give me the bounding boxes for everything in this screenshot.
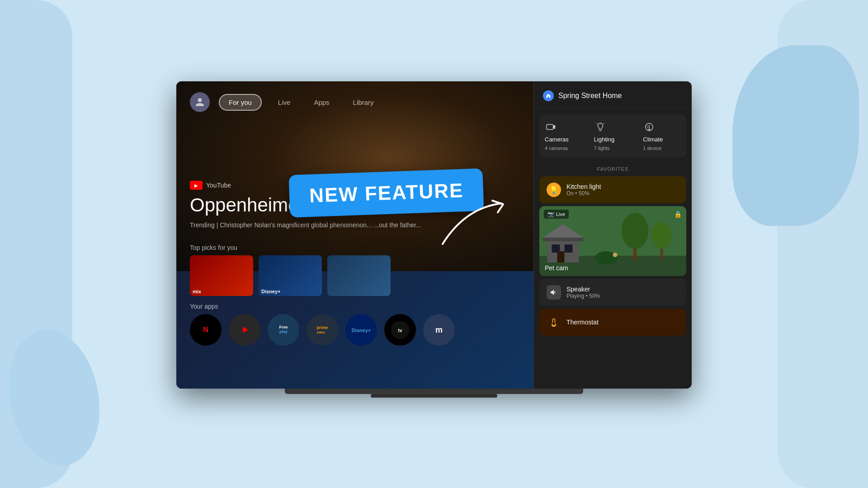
cameras-count: 4 cameras (545, 145, 568, 151)
app-amazon[interactable]: primevideo (307, 314, 338, 346)
tv-stand (285, 389, 583, 394)
app-youtube[interactable] (229, 314, 260, 346)
lock-icon: 🔒 (674, 211, 682, 218)
thermostat-card[interactable]: Thermostat (539, 309, 686, 336)
lighting-label: Lighting (594, 136, 615, 143)
kitchen-light-card[interactable]: 💡 Kitchen light On • 50% (539, 176, 686, 203)
svg-rect-20 (557, 251, 565, 263)
nav-tab-foryou[interactable]: For you (219, 94, 262, 111)
nav-bar: For you Live Apps Library (176, 92, 533, 112)
live-label: Live (556, 211, 565, 217)
tv-stand-base (371, 394, 497, 398)
nav-tab-library[interactable]: Library (346, 95, 381, 110)
petcam-card[interactable]: 📷 Live 🔒 Pet cam (539, 206, 686, 276)
home-panel: Spring Street Home Cameras 4 cameras (533, 81, 692, 389)
speaker-info: Speaker Playing • 50% (566, 286, 679, 299)
app-appletv[interactable]: tv (384, 314, 416, 346)
tv-screen: For you Live Apps Library ▶ YouTube Oppe… (176, 81, 692, 389)
arrow-svg (438, 199, 510, 253)
cam-icon: 📷 (547, 211, 554, 217)
svg-rect-6 (547, 125, 553, 130)
home-panel-title: Spring Street Home (558, 92, 622, 100)
petcam-name: Pet cam (545, 264, 568, 272)
nav-avatar[interactable] (190, 92, 210, 112)
climate-count: 1 device (643, 145, 661, 151)
bg-blob-right (732, 45, 859, 226)
category-lighting[interactable]: Lighting 7 lights (589, 114, 637, 157)
apps-label: Your apps (190, 303, 218, 310)
climate-icon (643, 121, 656, 133)
hero-subtitle: Trending | Christopher Nolan's magnifice… (190, 221, 421, 229)
svg-point-25 (652, 222, 672, 249)
app-misc[interactable]: m (423, 314, 455, 346)
nav-tab-live[interactable]: Live (271, 95, 298, 110)
svg-rect-19 (565, 244, 573, 253)
lighting-count: 7 lights (594, 145, 610, 151)
hero-title: Oppenheimer (190, 194, 305, 216)
pick-card-2[interactable]: Disney+ (259, 255, 322, 296)
svg-text:tv: tv (398, 328, 402, 333)
petcam-overlay-top: 📷 Live 🔒 (544, 210, 682, 219)
svg-text:Disney+: Disney+ (352, 328, 371, 333)
speaker-card[interactable]: Speaker Playing • 50% (539, 279, 686, 306)
svg-line-9 (597, 123, 597, 124)
pick-card-1[interactable]: mix (190, 255, 253, 296)
google-home-icon (543, 90, 554, 101)
app-netflix[interactable]: N (190, 314, 222, 346)
thermostat-icon (547, 315, 561, 329)
svg-line-8 (603, 123, 604, 124)
top-picks-label: Top picks for you (190, 244, 237, 251)
app-freeplay[interactable]: Free play (268, 314, 299, 346)
climate-label: Climate (643, 136, 663, 143)
youtube-badge: ▶ YouTube (190, 181, 231, 190)
new-feature-container: NEW FEATURE (289, 172, 483, 214)
favorites-label: FAVORITES (534, 163, 692, 174)
apps-row: N Free play primevideo Disney+ tv m (190, 314, 455, 346)
kitchen-light-info: Kitchen light On • 50% (566, 183, 679, 197)
nav-tab-apps[interactable]: Apps (307, 95, 336, 110)
app-disney[interactable]: Disney+ (345, 314, 377, 346)
pick-label-1: mix (193, 289, 201, 294)
tv-main-content: For you Live Apps Library ▶ YouTube Oppe… (176, 81, 533, 389)
youtube-icon: ▶ (190, 181, 203, 190)
speaker-name: Speaker (566, 286, 679, 293)
svg-point-26 (613, 253, 618, 257)
kitchen-light-icon: 💡 (547, 183, 561, 197)
cameras-icon (545, 121, 557, 133)
live-badge: 📷 Live (544, 210, 569, 219)
kitchen-light-name: Kitchen light (566, 183, 679, 190)
category-cameras[interactable]: Cameras 4 cameras (539, 114, 588, 157)
category-grid: Cameras 4 cameras Lighting 7 lights (539, 114, 686, 157)
pick-card-3[interactable] (327, 255, 391, 296)
home-panel-header: Spring Street Home (534, 81, 692, 109)
picks-row: mix Disney+ (190, 255, 391, 296)
speaker-icon (547, 285, 561, 300)
speaker-status: Playing • 50% (566, 293, 679, 299)
pick-label-2: Disney+ (261, 289, 281, 294)
lighting-icon (594, 121, 607, 133)
cameras-label: Cameras (545, 136, 569, 143)
category-climate[interactable]: Climate 1 device (637, 114, 686, 157)
svg-rect-16 (543, 238, 584, 241)
tv-container: For you Live Apps Library ▶ YouTube Oppe… (176, 81, 692, 407)
thermostat-name: Thermostat (566, 319, 599, 326)
youtube-label: YouTube (206, 182, 231, 189)
kitchen-light-status: On • 50% (566, 190, 679, 197)
